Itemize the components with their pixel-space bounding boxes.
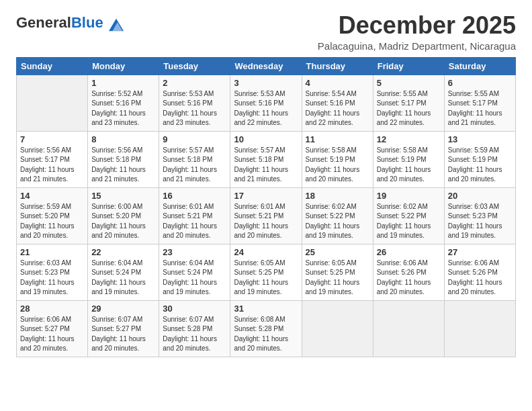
day-info: Sunrise: 5:55 AMSunset: 5:17 PMDaylight:… [448,89,512,128]
day-cell [302,300,373,357]
day-number: 6 [448,78,512,88]
day-info: Sunrise: 6:02 AMSunset: 5:22 PMDaylight:… [377,202,441,241]
day-cell: 13Sunrise: 5:59 AMSunset: 5:19 PMDayligh… [444,131,515,187]
day-cell: 15Sunrise: 6:00 AMSunset: 5:20 PMDayligh… [88,187,159,244]
day-cell: 3Sunrise: 5:53 AMSunset: 5:16 PMDaylight… [230,75,302,131]
day-number: 29 [91,304,155,314]
day-number: 30 [163,304,226,314]
day-info: Sunrise: 6:06 AMSunset: 5:26 PMDaylight:… [448,259,512,298]
day-info: Sunrise: 6:08 AMSunset: 5:28 PMDaylight:… [234,315,298,354]
day-cell: 12Sunrise: 5:58 AMSunset: 5:19 PMDayligh… [373,131,444,187]
day-cell: 19Sunrise: 6:02 AMSunset: 5:22 PMDayligh… [373,187,444,244]
col-saturday: Saturday [444,57,515,75]
day-info: Sunrise: 6:03 AMSunset: 5:23 PMDaylight:… [20,259,84,298]
title-area: December 2025 Palacaguina, Madriz Depart… [318,12,516,52]
location-title: Palacaguina, Madriz Department, Nicaragu… [318,40,516,52]
week-row-2: 7Sunrise: 5:56 AMSunset: 5:17 PMDaylight… [17,131,516,187]
day-number: 11 [306,134,369,144]
day-cell: 9Sunrise: 5:57 AMSunset: 5:18 PMDaylight… [159,131,230,187]
day-number: 10 [234,134,298,144]
day-info: Sunrise: 6:02 AMSunset: 5:22 PMDaylight:… [306,202,369,241]
day-cell [444,300,515,357]
day-cell: 20Sunrise: 6:03 AMSunset: 5:23 PMDayligh… [444,187,515,244]
day-number: 23 [163,247,226,257]
calendar-page: GeneralBlue December 2025 Palacaguina, M… [0,0,532,411]
day-cell: 25Sunrise: 6:05 AMSunset: 5:25 PMDayligh… [302,244,373,300]
day-cell: 31Sunrise: 6:08 AMSunset: 5:28 PMDayligh… [230,300,302,357]
col-wednesday: Wednesday [230,57,302,75]
day-info: Sunrise: 6:06 AMSunset: 5:27 PMDaylight:… [20,315,84,354]
day-info: Sunrise: 5:53 AMSunset: 5:16 PMDaylight:… [234,89,298,128]
col-monday: Monday [88,57,159,75]
day-info: Sunrise: 5:54 AMSunset: 5:16 PMDaylight:… [306,89,369,128]
week-row-5: 28Sunrise: 6:06 AMSunset: 5:27 PMDayligh… [17,300,516,357]
day-info: Sunrise: 5:59 AMSunset: 5:20 PMDaylight:… [20,202,84,241]
day-info: Sunrise: 6:01 AMSunset: 5:21 PMDaylight:… [234,202,298,241]
day-cell: 1Sunrise: 5:52 AMSunset: 5:16 PMDaylight… [88,75,159,131]
day-number: 27 [448,247,512,257]
day-info: Sunrise: 5:56 AMSunset: 5:17 PMDaylight:… [20,146,84,185]
day-cell: 10Sunrise: 5:57 AMSunset: 5:18 PMDayligh… [230,131,302,187]
day-cell: 7Sunrise: 5:56 AMSunset: 5:17 PMDaylight… [17,131,88,187]
day-cell: 5Sunrise: 5:55 AMSunset: 5:17 PMDaylight… [373,75,444,131]
day-cell: 18Sunrise: 6:02 AMSunset: 5:22 PMDayligh… [302,187,373,244]
day-cell: 22Sunrise: 6:04 AMSunset: 5:24 PMDayligh… [88,244,159,300]
day-cell: 29Sunrise: 6:07 AMSunset: 5:27 PMDayligh… [88,300,159,357]
day-number: 3 [234,78,298,88]
day-number: 13 [448,134,512,144]
day-number: 9 [163,134,226,144]
logo-general: General [16,14,71,31]
day-number: 21 [20,247,84,257]
day-number: 7 [20,134,84,144]
day-cell: 14Sunrise: 5:59 AMSunset: 5:20 PMDayligh… [17,187,88,244]
day-number: 5 [377,78,441,88]
day-number: 8 [91,134,155,144]
col-sunday: Sunday [17,57,88,75]
header-row: Sunday Monday Tuesday Wednesday Thursday… [17,57,516,75]
day-info: Sunrise: 5:52 AMSunset: 5:16 PMDaylight:… [91,89,155,128]
day-cell: 21Sunrise: 6:03 AMSunset: 5:23 PMDayligh… [17,244,88,300]
day-info: Sunrise: 6:01 AMSunset: 5:21 PMDaylight:… [163,202,226,241]
logo-blue: Blue [71,14,103,31]
day-number: 31 [234,304,298,314]
day-number: 18 [306,191,369,201]
day-number: 12 [377,134,441,144]
logo: GeneralBlue [16,15,124,32]
day-info: Sunrise: 6:05 AMSunset: 5:25 PMDaylight:… [234,259,298,298]
day-number: 28 [20,304,84,314]
day-cell: 27Sunrise: 6:06 AMSunset: 5:26 PMDayligh… [444,244,515,300]
day-info: Sunrise: 5:59 AMSunset: 5:19 PMDaylight:… [448,146,512,185]
day-number: 25 [306,247,369,257]
day-info: Sunrise: 5:58 AMSunset: 5:19 PMDaylight:… [377,146,441,185]
day-number: 14 [20,191,84,201]
col-thursday: Thursday [302,57,373,75]
day-number: 1 [91,78,155,88]
day-number: 22 [91,247,155,257]
day-info: Sunrise: 5:57 AMSunset: 5:18 PMDaylight:… [163,146,226,185]
day-cell [17,75,88,131]
day-info: Sunrise: 5:53 AMSunset: 5:16 PMDaylight:… [163,89,226,128]
week-row-3: 14Sunrise: 5:59 AMSunset: 5:20 PMDayligh… [17,187,516,244]
day-info: Sunrise: 6:05 AMSunset: 5:25 PMDaylight:… [306,259,369,298]
day-number: 16 [163,191,226,201]
day-cell: 11Sunrise: 5:58 AMSunset: 5:19 PMDayligh… [302,131,373,187]
day-cell: 28Sunrise: 6:06 AMSunset: 5:27 PMDayligh… [17,300,88,357]
day-number: 17 [234,191,298,201]
header: GeneralBlue December 2025 Palacaguina, M… [16,12,516,52]
day-number: 20 [448,191,512,201]
day-number: 26 [377,247,441,257]
month-title: December 2025 [318,12,516,39]
day-cell: 2Sunrise: 5:53 AMSunset: 5:16 PMDaylight… [159,75,230,131]
week-row-1: 1Sunrise: 5:52 AMSunset: 5:16 PMDaylight… [17,75,516,131]
day-cell: 26Sunrise: 6:06 AMSunset: 5:26 PMDayligh… [373,244,444,300]
day-number: 24 [234,247,298,257]
day-number: 19 [377,191,441,201]
logo-icon [109,17,124,32]
day-cell: 24Sunrise: 6:05 AMSunset: 5:25 PMDayligh… [230,244,302,300]
col-tuesday: Tuesday [159,57,230,75]
day-info: Sunrise: 6:04 AMSunset: 5:24 PMDaylight:… [163,259,226,298]
day-info: Sunrise: 6:07 AMSunset: 5:27 PMDaylight:… [91,315,155,354]
day-number: 15 [91,191,155,201]
day-info: Sunrise: 5:55 AMSunset: 5:17 PMDaylight:… [377,89,441,128]
day-cell: 4Sunrise: 5:54 AMSunset: 5:16 PMDaylight… [302,75,373,131]
